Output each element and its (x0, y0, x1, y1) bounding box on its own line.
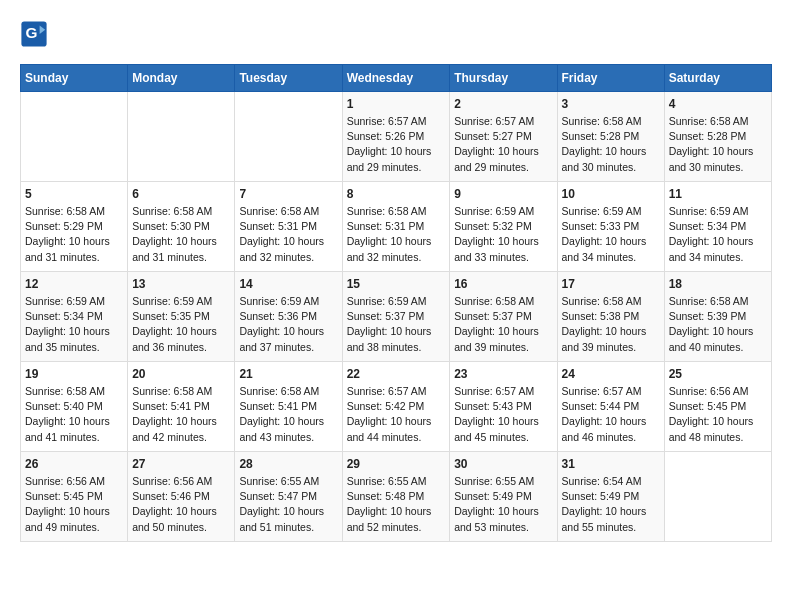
day-info: Sunrise: 6:58 AM Sunset: 5:41 PM Dayligh… (239, 384, 337, 445)
day-number: 29 (347, 457, 446, 471)
day-info: Sunrise: 6:59 AM Sunset: 5:37 PM Dayligh… (347, 294, 446, 355)
day-number: 3 (562, 97, 660, 111)
day-number: 20 (132, 367, 230, 381)
day-number: 14 (239, 277, 337, 291)
calendar-cell: 5Sunrise: 6:58 AM Sunset: 5:29 PM Daylig… (21, 182, 128, 272)
day-info: Sunrise: 6:56 AM Sunset: 5:45 PM Dayligh… (669, 384, 767, 445)
day-info: Sunrise: 6:59 AM Sunset: 5:36 PM Dayligh… (239, 294, 337, 355)
day-number: 22 (347, 367, 446, 381)
day-number: 5 (25, 187, 123, 201)
calendar-cell: 16Sunrise: 6:58 AM Sunset: 5:37 PM Dayli… (450, 272, 557, 362)
calendar-cell: 7Sunrise: 6:58 AM Sunset: 5:31 PM Daylig… (235, 182, 342, 272)
calendar-cell (21, 92, 128, 182)
calendar-cell: 20Sunrise: 6:58 AM Sunset: 5:41 PM Dayli… (128, 362, 235, 452)
calendar-cell: 17Sunrise: 6:58 AM Sunset: 5:38 PM Dayli… (557, 272, 664, 362)
day-info: Sunrise: 6:59 AM Sunset: 5:32 PM Dayligh… (454, 204, 552, 265)
calendar-cell: 11Sunrise: 6:59 AM Sunset: 5:34 PM Dayli… (664, 182, 771, 272)
day-header-thursday: Thursday (450, 65, 557, 92)
day-header-tuesday: Tuesday (235, 65, 342, 92)
day-number: 26 (25, 457, 123, 471)
day-info: Sunrise: 6:58 AM Sunset: 5:31 PM Dayligh… (239, 204, 337, 265)
calendar-week-row: 26Sunrise: 6:56 AM Sunset: 5:45 PM Dayli… (21, 452, 772, 542)
day-info: Sunrise: 6:54 AM Sunset: 5:49 PM Dayligh… (562, 474, 660, 535)
day-number: 9 (454, 187, 552, 201)
day-info: Sunrise: 6:58 AM Sunset: 5:30 PM Dayligh… (132, 204, 230, 265)
day-header-monday: Monday (128, 65, 235, 92)
logo-icon: G (20, 20, 48, 48)
day-info: Sunrise: 6:58 AM Sunset: 5:39 PM Dayligh… (669, 294, 767, 355)
day-number: 28 (239, 457, 337, 471)
calendar-cell: 19Sunrise: 6:58 AM Sunset: 5:40 PM Dayli… (21, 362, 128, 452)
day-number: 31 (562, 457, 660, 471)
calendar-cell: 12Sunrise: 6:59 AM Sunset: 5:34 PM Dayli… (21, 272, 128, 362)
calendar-cell (235, 92, 342, 182)
calendar-cell: 30Sunrise: 6:55 AM Sunset: 5:49 PM Dayli… (450, 452, 557, 542)
day-info: Sunrise: 6:59 AM Sunset: 5:34 PM Dayligh… (669, 204, 767, 265)
day-info: Sunrise: 6:58 AM Sunset: 5:31 PM Dayligh… (347, 204, 446, 265)
day-number: 6 (132, 187, 230, 201)
day-number: 30 (454, 457, 552, 471)
calendar-table: SundayMondayTuesdayWednesdayThursdayFrid… (20, 64, 772, 542)
calendar-cell: 25Sunrise: 6:56 AM Sunset: 5:45 PM Dayli… (664, 362, 771, 452)
day-info: Sunrise: 6:57 AM Sunset: 5:27 PM Dayligh… (454, 114, 552, 175)
day-info: Sunrise: 6:55 AM Sunset: 5:49 PM Dayligh… (454, 474, 552, 535)
day-number: 13 (132, 277, 230, 291)
calendar-cell: 22Sunrise: 6:57 AM Sunset: 5:42 PM Dayli… (342, 362, 450, 452)
day-number: 17 (562, 277, 660, 291)
day-info: Sunrise: 6:57 AM Sunset: 5:42 PM Dayligh… (347, 384, 446, 445)
day-number: 15 (347, 277, 446, 291)
calendar-header-row: SundayMondayTuesdayWednesdayThursdayFrid… (21, 65, 772, 92)
logo: G (20, 20, 52, 48)
day-number: 7 (239, 187, 337, 201)
calendar-cell: 23Sunrise: 6:57 AM Sunset: 5:43 PM Dayli… (450, 362, 557, 452)
day-info: Sunrise: 6:56 AM Sunset: 5:45 PM Dayligh… (25, 474, 123, 535)
day-info: Sunrise: 6:58 AM Sunset: 5:29 PM Dayligh… (25, 204, 123, 265)
day-info: Sunrise: 6:58 AM Sunset: 5:28 PM Dayligh… (669, 114, 767, 175)
day-number: 11 (669, 187, 767, 201)
calendar-cell: 10Sunrise: 6:59 AM Sunset: 5:33 PM Dayli… (557, 182, 664, 272)
day-info: Sunrise: 6:58 AM Sunset: 5:41 PM Dayligh… (132, 384, 230, 445)
day-info: Sunrise: 6:58 AM Sunset: 5:37 PM Dayligh… (454, 294, 552, 355)
day-info: Sunrise: 6:59 AM Sunset: 5:34 PM Dayligh… (25, 294, 123, 355)
calendar-cell: 13Sunrise: 6:59 AM Sunset: 5:35 PM Dayli… (128, 272, 235, 362)
calendar-cell: 2Sunrise: 6:57 AM Sunset: 5:27 PM Daylig… (450, 92, 557, 182)
calendar-cell: 4Sunrise: 6:58 AM Sunset: 5:28 PM Daylig… (664, 92, 771, 182)
calendar-cell: 14Sunrise: 6:59 AM Sunset: 5:36 PM Dayli… (235, 272, 342, 362)
day-number: 18 (669, 277, 767, 291)
day-info: Sunrise: 6:55 AM Sunset: 5:47 PM Dayligh… (239, 474, 337, 535)
day-header-sunday: Sunday (21, 65, 128, 92)
day-number: 2 (454, 97, 552, 111)
calendar-week-row: 1Sunrise: 6:57 AM Sunset: 5:26 PM Daylig… (21, 92, 772, 182)
calendar-cell: 8Sunrise: 6:58 AM Sunset: 5:31 PM Daylig… (342, 182, 450, 272)
day-number: 24 (562, 367, 660, 381)
day-number: 1 (347, 97, 446, 111)
calendar-cell: 1Sunrise: 6:57 AM Sunset: 5:26 PM Daylig… (342, 92, 450, 182)
calendar-cell: 28Sunrise: 6:55 AM Sunset: 5:47 PM Dayli… (235, 452, 342, 542)
day-number: 8 (347, 187, 446, 201)
calendar-cell: 24Sunrise: 6:57 AM Sunset: 5:44 PM Dayli… (557, 362, 664, 452)
day-header-saturday: Saturday (664, 65, 771, 92)
page-header: G (20, 20, 772, 48)
calendar-cell: 6Sunrise: 6:58 AM Sunset: 5:30 PM Daylig… (128, 182, 235, 272)
calendar-cell: 27Sunrise: 6:56 AM Sunset: 5:46 PM Dayli… (128, 452, 235, 542)
day-number: 21 (239, 367, 337, 381)
calendar-cell: 9Sunrise: 6:59 AM Sunset: 5:32 PM Daylig… (450, 182, 557, 272)
day-info: Sunrise: 6:55 AM Sunset: 5:48 PM Dayligh… (347, 474, 446, 535)
calendar-cell: 3Sunrise: 6:58 AM Sunset: 5:28 PM Daylig… (557, 92, 664, 182)
day-number: 27 (132, 457, 230, 471)
day-info: Sunrise: 6:58 AM Sunset: 5:38 PM Dayligh… (562, 294, 660, 355)
day-info: Sunrise: 6:57 AM Sunset: 5:43 PM Dayligh… (454, 384, 552, 445)
day-info: Sunrise: 6:57 AM Sunset: 5:44 PM Dayligh… (562, 384, 660, 445)
day-info: Sunrise: 6:58 AM Sunset: 5:40 PM Dayligh… (25, 384, 123, 445)
day-info: Sunrise: 6:59 AM Sunset: 5:33 PM Dayligh… (562, 204, 660, 265)
calendar-cell: 26Sunrise: 6:56 AM Sunset: 5:45 PM Dayli… (21, 452, 128, 542)
day-info: Sunrise: 6:59 AM Sunset: 5:35 PM Dayligh… (132, 294, 230, 355)
day-number: 25 (669, 367, 767, 381)
day-number: 12 (25, 277, 123, 291)
calendar-week-row: 5Sunrise: 6:58 AM Sunset: 5:29 PM Daylig… (21, 182, 772, 272)
day-number: 23 (454, 367, 552, 381)
svg-text:G: G (26, 24, 38, 41)
calendar-week-row: 12Sunrise: 6:59 AM Sunset: 5:34 PM Dayli… (21, 272, 772, 362)
day-info: Sunrise: 6:56 AM Sunset: 5:46 PM Dayligh… (132, 474, 230, 535)
day-number: 16 (454, 277, 552, 291)
